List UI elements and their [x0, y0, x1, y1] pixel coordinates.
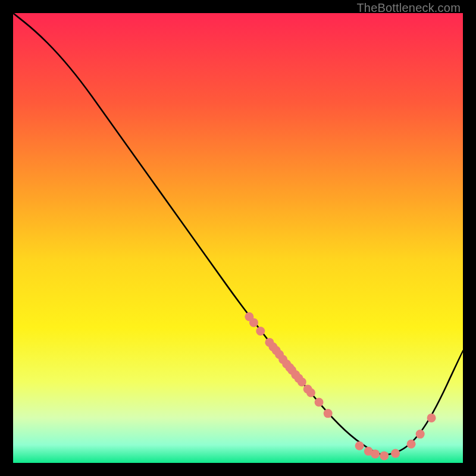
marker-dot: [324, 409, 333, 418]
marker-dot: [380, 451, 389, 460]
chart-frame: [13, 13, 463, 463]
marker-dot: [256, 327, 265, 336]
marker-dot: [391, 449, 400, 458]
bottleneck-chart: [13, 13, 463, 463]
marker-dot: [371, 449, 380, 458]
marker-dot: [407, 440, 416, 449]
marker-dot: [249, 318, 258, 327]
marker-dot: [427, 414, 436, 422]
marker-dot: [298, 377, 306, 386]
marker-dot: [416, 430, 425, 439]
marker-dot: [355, 441, 364, 450]
marker-dot: [315, 397, 324, 406]
marker-dot: [306, 389, 315, 397]
